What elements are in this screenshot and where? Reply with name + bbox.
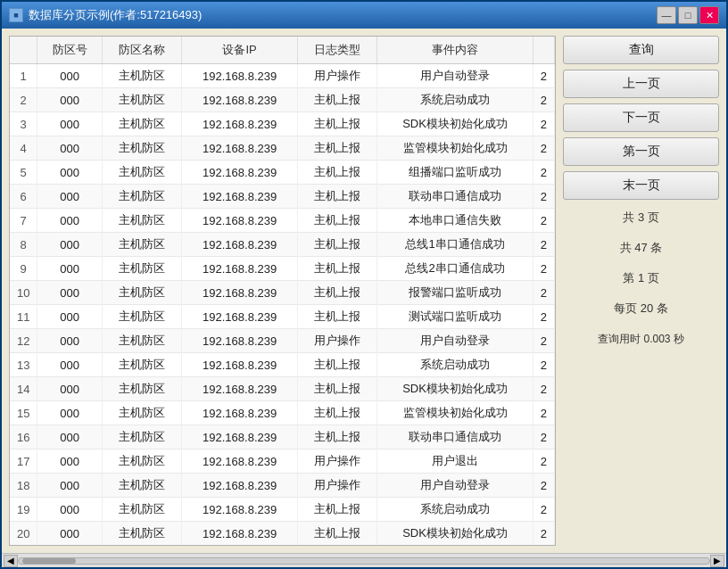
cell-extra: 2 [533,498,554,522]
cell-log-type: 用户操作 [297,474,376,498]
table-row[interactable]: 11 000 主机防区 192.168.8.239 主机上报 测试端口监听成功 … [10,305,555,329]
cell-event: 组播端口监听成功 [377,161,533,185]
cell-ip: 192.168.8.239 [182,401,298,425]
total-pages-info: 共 3 页 [563,205,719,230]
cell-extra: 2 [533,281,554,305]
table-row[interactable]: 20 000 主机防区 192.168.8.239 主机上报 SDK模块初始化成… [10,522,555,546]
cell-zone-no: 000 [37,353,103,377]
cell-zone-no: 000 [37,161,103,185]
cell-zone-no: 000 [37,498,103,522]
table-row[interactable]: 4 000 主机防区 192.168.8.239 主机上报 监管模块初始化成功 … [10,136,555,161]
window-controls: — □ ✕ [657,6,719,24]
cell-zone-name: 主机防区 [102,449,181,474]
data-table: 防区号 防区名称 设备IP 日志类型 事件内容 1 000 主机防区 192.1… [10,37,555,546]
cell-zone-no: 000 [37,425,103,449]
cell-ip: 192.168.8.239 [182,112,298,136]
table-row[interactable]: 9 000 主机防区 192.168.8.239 主机上报 总线2串口通信成功 … [10,257,555,281]
cell-zone-no: 000 [37,88,103,112]
cell-zone-no: 000 [37,64,103,88]
first-page-button[interactable]: 第一页 [563,137,719,166]
table-row[interactable]: 18 000 主机防区 192.168.8.239 用户操作 用户自动登录 2 [10,474,555,498]
cell-extra: 2 [533,474,554,498]
prev-page-button[interactable]: 上一页 [563,70,719,98]
table-row[interactable]: 12 000 主机防区 192.168.8.239 用户操作 用户自动登录 2 [10,329,555,353]
data-table-container[interactable]: 防区号 防区名称 设备IP 日志类型 事件内容 1 000 主机防区 192.1… [9,36,556,546]
cell-zone-no: 000 [37,305,103,329]
cell-zone-no: 000 [37,449,103,474]
cell-zone-no: 000 [37,281,103,305]
cell-zone-name: 主机防区 [102,522,181,546]
scroll-left-btn[interactable]: ◀ [4,555,18,567]
cell-zone-name: 主机防区 [102,305,181,329]
table-row[interactable]: 16 000 主机防区 192.168.8.239 主机上报 联动串口通信成功 … [10,425,555,449]
cell-zone-name: 主机防区 [102,64,181,88]
scrollbar-track[interactable] [18,557,710,565]
cell-log-type: 主机上报 [297,112,376,136]
col-header-event: 事件内容 [377,37,533,64]
cell-extra: 2 [533,233,554,257]
col-header-index [10,37,37,64]
table-row[interactable]: 7 000 主机防区 192.168.8.239 主机上报 本地串口通信失败 2 [10,209,555,233]
window-icon: ■ [9,8,23,22]
cell-row-no: 16 [10,425,37,449]
col-header-ip: 设备IP [182,37,298,64]
minimize-button[interactable]: — [657,6,676,24]
table-row[interactable]: 3 000 主机防区 192.168.8.239 主机上报 SDK模块初始化成功… [10,112,555,136]
next-page-button[interactable]: 下一页 [563,103,719,132]
cell-ip: 192.168.8.239 [182,257,298,281]
cell-ip: 192.168.8.239 [182,161,298,185]
sidebar: 查询 上一页 下一页 第一页 末一页 共 3 页 共 47 条 第 1 页 每页… [563,36,719,546]
cell-extra: 2 [533,449,554,474]
table-row[interactable]: 5 000 主机防区 192.168.8.239 主机上报 组播端口监听成功 2 [10,161,555,185]
scrollbar-thumb[interactable] [22,558,76,564]
cell-log-type: 用户操作 [297,329,376,353]
table-row[interactable]: 15 000 主机防区 192.168.8.239 主机上报 监管模块初始化成功… [10,401,555,425]
query-button[interactable]: 查询 [563,36,719,64]
cell-zone-no: 000 [37,112,103,136]
cell-zone-name: 主机防区 [102,377,181,401]
table-row[interactable]: 1 000 主机防区 192.168.8.239 用户操作 用户自动登录 2 [10,64,555,88]
table-row[interactable]: 2 000 主机防区 192.168.8.239 主机上报 系统启动成功 2 [10,88,555,112]
cell-zone-name: 主机防区 [102,112,181,136]
horizontal-scrollbar[interactable]: ◀ ▶ [2,553,726,567]
cell-log-type: 用户操作 [297,449,376,474]
table-row[interactable]: 19 000 主机防区 192.168.8.239 主机上报 系统启动成功 2 [10,498,555,522]
cell-row-no: 10 [10,281,37,305]
cell-ip: 192.168.8.239 [182,353,298,377]
cell-zone-name: 主机防区 [102,233,181,257]
table-row[interactable]: 6 000 主机防区 192.168.8.239 主机上报 联动串口通信成功 2 [10,185,555,209]
cell-zone-name: 主机防区 [102,474,181,498]
cell-log-type: 用户操作 [297,64,376,88]
cell-row-no: 1 [10,64,37,88]
cell-ip: 192.168.8.239 [182,233,298,257]
close-button[interactable]: ✕ [699,6,719,24]
cell-event: 本地串口通信失败 [377,209,533,233]
cell-ip: 192.168.8.239 [182,305,298,329]
table-row[interactable]: 8 000 主机防区 192.168.8.239 主机上报 总线1串口通信成功 … [10,233,555,257]
table-row[interactable]: 10 000 主机防区 192.168.8.239 主机上报 报警端口监听成功 … [10,281,555,305]
cell-zone-name: 主机防区 [102,257,181,281]
cell-zone-name: 主机防区 [102,88,181,112]
cell-zone-name: 主机防区 [102,498,181,522]
cell-log-type: 主机上报 [297,425,376,449]
cell-event: 系统启动成功 [377,353,533,377]
cell-ip: 192.168.8.239 [182,449,298,474]
cell-ip: 192.168.8.239 [182,522,298,546]
table-row[interactable]: 13 000 主机防区 192.168.8.239 主机上报 系统启动成功 2 [10,353,555,377]
maximize-button[interactable]: □ [678,6,698,24]
window-title: 数据库分页示例(作者:517216493) [29,7,657,23]
cell-extra: 2 [533,209,554,233]
content-area: 防区号 防区名称 设备IP 日志类型 事件内容 1 000 主机防区 192.1… [2,29,726,553]
cell-zone-name: 主机防区 [102,185,181,209]
cell-zone-name: 主机防区 [102,209,181,233]
scroll-right-btn[interactable]: ▶ [710,555,724,567]
last-page-button[interactable]: 末一页 [563,171,719,200]
table-row[interactable]: 17 000 主机防区 192.168.8.239 用户操作 用户退出 2 [10,449,555,474]
table-row[interactable]: 14 000 主机防区 192.168.8.239 主机上报 SDK模块初始化成… [10,377,555,401]
cell-ip: 192.168.8.239 [182,136,298,161]
cell-ip: 192.168.8.239 [182,377,298,401]
cell-log-type: 主机上报 [297,136,376,161]
cell-zone-no: 000 [37,185,103,209]
cell-zone-no: 000 [37,474,103,498]
cell-ip: 192.168.8.239 [182,425,298,449]
